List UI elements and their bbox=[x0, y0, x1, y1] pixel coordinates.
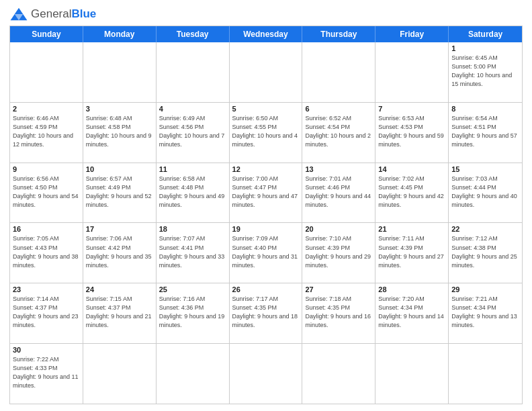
day-cell-9: 9Sunrise: 6:56 AM Sunset: 4:50 PM Daylig… bbox=[10, 163, 83, 223]
day-number: 7 bbox=[378, 105, 445, 113]
day-number: 25 bbox=[159, 285, 226, 293]
day-cell-13: 13Sunrise: 7:01 AM Sunset: 4:46 PM Dayli… bbox=[302, 163, 375, 223]
day-info: Sunrise: 7:11 AM Sunset: 4:39 PM Dayligh… bbox=[378, 234, 445, 269]
day-number: 4 bbox=[159, 105, 226, 113]
day-number: 9 bbox=[13, 165, 80, 173]
day-info: Sunrise: 6:46 AM Sunset: 4:59 PM Dayligh… bbox=[13, 114, 80, 149]
day-cell-25: 25Sunrise: 7:16 AM Sunset: 4:36 PM Dayli… bbox=[157, 283, 230, 343]
day-info: Sunrise: 7:21 AM Sunset: 4:34 PM Dayligh… bbox=[451, 295, 519, 330]
day-number: 23 bbox=[13, 285, 80, 293]
header-day-sunday: Sunday bbox=[10, 26, 83, 42]
day-number: 28 bbox=[378, 285, 445, 293]
day-cell-8: 8Sunrise: 6:54 AM Sunset: 4:51 PM Daylig… bbox=[449, 103, 522, 163]
day-info: Sunrise: 7:02 AM Sunset: 4:45 PM Dayligh… bbox=[378, 175, 445, 210]
day-number: 15 bbox=[451, 165, 519, 173]
day-cell-17: 17Sunrise: 7:06 AM Sunset: 4:42 PM Dayli… bbox=[83, 223, 157, 283]
day-cell-3: 3Sunrise: 6:48 AM Sunset: 4:58 PM Daylig… bbox=[83, 103, 157, 163]
day-cell-empty bbox=[83, 344, 157, 404]
day-number: 29 bbox=[451, 285, 519, 293]
day-cell-empty bbox=[157, 42, 230, 102]
day-cell-empty bbox=[230, 42, 303, 102]
header: GeneralBlue bbox=[9, 7, 523, 21]
day-number: 20 bbox=[305, 225, 372, 233]
day-info: Sunrise: 7:00 AM Sunset: 4:47 PM Dayligh… bbox=[232, 175, 300, 210]
day-number: 17 bbox=[86, 225, 153, 233]
day-number: 1 bbox=[451, 44, 519, 52]
day-number: 16 bbox=[13, 225, 80, 233]
day-info: Sunrise: 7:17 AM Sunset: 4:35 PM Dayligh… bbox=[232, 295, 300, 330]
header-day-monday: Monday bbox=[83, 26, 157, 42]
day-cell-15: 15Sunrise: 7:03 AM Sunset: 4:44 PM Dayli… bbox=[449, 163, 522, 223]
day-cell-empty bbox=[449, 344, 522, 404]
day-number: 10 bbox=[86, 165, 153, 173]
day-cell-empty bbox=[375, 344, 449, 404]
day-info: Sunrise: 6:48 AM Sunset: 4:58 PM Dayligh… bbox=[86, 114, 153, 149]
day-cell-19: 19Sunrise: 7:09 AM Sunset: 4:40 PM Dayli… bbox=[230, 223, 303, 283]
day-info: Sunrise: 7:10 AM Sunset: 4:39 PM Dayligh… bbox=[305, 234, 372, 269]
day-cell-22: 22Sunrise: 7:12 AM Sunset: 4:38 PM Dayli… bbox=[449, 223, 522, 283]
day-cell-23: 23Sunrise: 7:14 AM Sunset: 4:37 PM Dayli… bbox=[10, 283, 83, 343]
logo-text: GeneralBlue bbox=[31, 7, 96, 21]
header-day-tuesday: Tuesday bbox=[157, 26, 230, 42]
day-cell-empty bbox=[83, 42, 157, 102]
header-day-friday: Friday bbox=[375, 26, 449, 42]
calendar: SundayMondayTuesdayWednesdayThursdayFrid… bbox=[9, 26, 523, 404]
day-cell-21: 21Sunrise: 7:11 AM Sunset: 4:39 PM Dayli… bbox=[375, 223, 449, 283]
day-number: 18 bbox=[159, 225, 226, 233]
day-info: Sunrise: 7:18 AM Sunset: 4:35 PM Dayligh… bbox=[305, 295, 372, 330]
calendar-week-2: 2Sunrise: 6:46 AM Sunset: 4:59 PM Daylig… bbox=[10, 103, 522, 163]
day-cell-20: 20Sunrise: 7:10 AM Sunset: 4:39 PM Dayli… bbox=[302, 223, 375, 283]
day-info: Sunrise: 6:58 AM Sunset: 4:48 PM Dayligh… bbox=[159, 175, 226, 210]
header-day-thursday: Thursday bbox=[302, 26, 375, 42]
day-info: Sunrise: 6:45 AM Sunset: 5:00 PM Dayligh… bbox=[451, 54, 519, 89]
day-info: Sunrise: 6:57 AM Sunset: 4:49 PM Dayligh… bbox=[86, 175, 153, 210]
day-cell-14: 14Sunrise: 7:02 AM Sunset: 4:45 PM Dayli… bbox=[375, 163, 449, 223]
day-cell-5: 5Sunrise: 6:50 AM Sunset: 4:55 PM Daylig… bbox=[230, 103, 303, 163]
day-number: 21 bbox=[378, 225, 445, 233]
day-number: 30 bbox=[13, 346, 80, 354]
calendar-body: 1Sunrise: 6:45 AM Sunset: 5:00 PM Daylig… bbox=[10, 42, 522, 404]
day-cell-29: 29Sunrise: 7:21 AM Sunset: 4:34 PM Dayli… bbox=[449, 283, 522, 343]
day-info: Sunrise: 6:54 AM Sunset: 4:51 PM Dayligh… bbox=[451, 114, 519, 149]
logo-icon bbox=[9, 7, 28, 21]
day-number: 3 bbox=[86, 105, 153, 113]
day-info: Sunrise: 7:16 AM Sunset: 4:36 PM Dayligh… bbox=[159, 295, 226, 330]
day-cell-27: 27Sunrise: 7:18 AM Sunset: 4:35 PM Dayli… bbox=[302, 283, 375, 343]
day-cell-4: 4Sunrise: 6:49 AM Sunset: 4:56 PM Daylig… bbox=[157, 103, 230, 163]
day-info: Sunrise: 6:49 AM Sunset: 4:56 PM Dayligh… bbox=[159, 114, 226, 149]
calendar-week-3: 9Sunrise: 6:56 AM Sunset: 4:50 PM Daylig… bbox=[10, 163, 522, 224]
calendar-week-5: 23Sunrise: 7:14 AM Sunset: 4:37 PM Dayli… bbox=[10, 283, 522, 344]
day-number: 19 bbox=[232, 225, 300, 233]
day-cell-24: 24Sunrise: 7:15 AM Sunset: 4:37 PM Dayli… bbox=[83, 283, 157, 343]
day-number: 8 bbox=[451, 105, 519, 113]
day-cell-empty bbox=[375, 42, 449, 102]
day-cell-11: 11Sunrise: 6:58 AM Sunset: 4:48 PM Dayli… bbox=[157, 163, 230, 223]
day-info: Sunrise: 7:05 AM Sunset: 4:43 PM Dayligh… bbox=[13, 234, 80, 269]
day-cell-empty bbox=[157, 344, 230, 404]
day-cell-16: 16Sunrise: 7:05 AM Sunset: 4:43 PM Dayli… bbox=[10, 223, 83, 283]
day-cell-26: 26Sunrise: 7:17 AM Sunset: 4:35 PM Dayli… bbox=[230, 283, 303, 343]
day-number: 22 bbox=[451, 225, 519, 233]
day-info: Sunrise: 7:07 AM Sunset: 4:41 PM Dayligh… bbox=[159, 234, 226, 269]
day-number: 27 bbox=[305, 285, 372, 293]
day-number: 14 bbox=[378, 165, 445, 173]
day-cell-30: 30Sunrise: 7:22 AM Sunset: 4:33 PM Dayli… bbox=[10, 344, 83, 404]
day-info: Sunrise: 6:50 AM Sunset: 4:55 PM Dayligh… bbox=[232, 114, 300, 149]
day-info: Sunrise: 6:52 AM Sunset: 4:54 PM Dayligh… bbox=[305, 114, 372, 149]
day-number: 5 bbox=[232, 105, 300, 113]
day-info: Sunrise: 6:53 AM Sunset: 4:53 PM Dayligh… bbox=[378, 114, 445, 149]
day-cell-2: 2Sunrise: 6:46 AM Sunset: 4:59 PM Daylig… bbox=[10, 103, 83, 163]
calendar-week-6: 30Sunrise: 7:22 AM Sunset: 4:33 PM Dayli… bbox=[10, 344, 522, 404]
day-cell-6: 6Sunrise: 6:52 AM Sunset: 4:54 PM Daylig… bbox=[302, 103, 375, 163]
day-cell-empty bbox=[302, 344, 375, 404]
page: GeneralBlue SundayMondayTuesdayWednesday… bbox=[0, 0, 532, 411]
day-info: Sunrise: 7:14 AM Sunset: 4:37 PM Dayligh… bbox=[13, 295, 80, 330]
day-info: Sunrise: 7:06 AM Sunset: 4:42 PM Dayligh… bbox=[86, 234, 153, 269]
day-cell-empty bbox=[230, 344, 303, 404]
day-number: 24 bbox=[86, 285, 153, 293]
day-cell-10: 10Sunrise: 6:57 AM Sunset: 4:49 PM Dayli… bbox=[83, 163, 157, 223]
day-number: 26 bbox=[232, 285, 300, 293]
day-info: Sunrise: 6:56 AM Sunset: 4:50 PM Dayligh… bbox=[13, 175, 80, 210]
day-cell-7: 7Sunrise: 6:53 AM Sunset: 4:53 PM Daylig… bbox=[375, 103, 449, 163]
calendar-week-1: 1Sunrise: 6:45 AM Sunset: 5:00 PM Daylig… bbox=[10, 42, 522, 103]
